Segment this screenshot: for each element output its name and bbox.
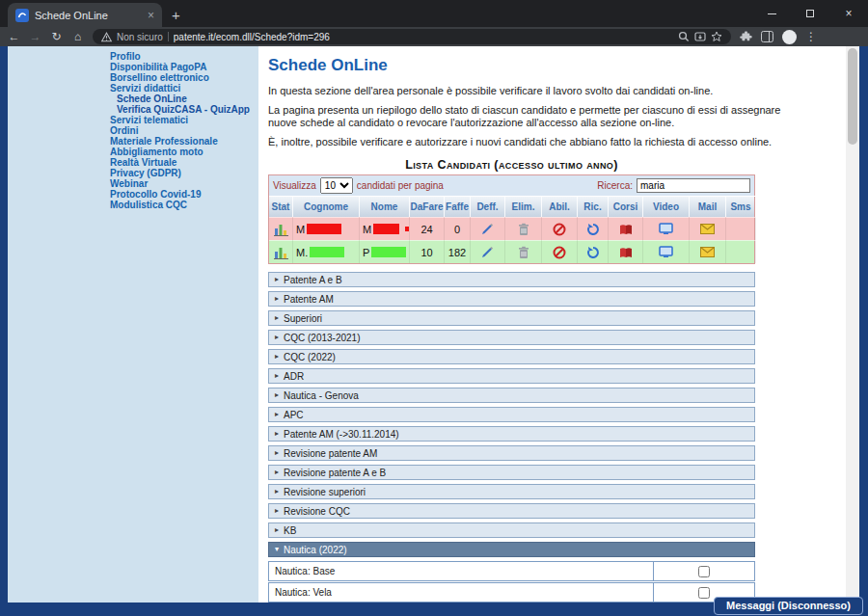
sidebar-item-realta-virtuale[interactable]: Realtà Virtuale bbox=[8, 157, 258, 168]
address-bar[interactable]: Non sicuro patente.it/ecom.dll/Schede?id… bbox=[93, 29, 731, 44]
sidebar-item-servizi-telematici[interactable]: Servizi telematici bbox=[8, 115, 258, 125]
sidebar-item-abbigliamento-moto[interactable]: Abbigliamento moto bbox=[8, 147, 258, 157]
per-page-select[interactable]: 10 bbox=[320, 177, 353, 194]
sidebar-item-verifica-quizcasa[interactable]: Verifica QuizCASA - QuizApp bbox=[8, 104, 258, 115]
deff-cell[interactable] bbox=[471, 217, 505, 240]
stats-cell[interactable] bbox=[269, 217, 293, 240]
col-header-sms[interactable]: Sms bbox=[726, 196, 756, 217]
nautica-vela-label: Nautica: Vela bbox=[269, 583, 654, 602]
col-header-dafare[interactable]: DaFare bbox=[410, 196, 445, 217]
accordion-item-revisione-patente-a-e-b[interactable]: ▸Revisione patente A e B bbox=[268, 465, 755, 480]
col-header-video[interactable]: Video bbox=[643, 196, 690, 217]
sidebar-item-materiale-professionale[interactable]: Materiale Professionale bbox=[8, 136, 258, 147]
accordion-item-patente-am-2014[interactable]: ▸Patente AM (->30.11.2014) bbox=[268, 426, 755, 442]
abil-cell[interactable] bbox=[542, 240, 578, 263]
chevron-right-icon: ▸ bbox=[275, 334, 279, 341]
col-header-elim[interactable]: Elim. bbox=[505, 196, 542, 217]
browser-tab[interactable]: Schede OnLine × bbox=[8, 3, 162, 27]
chevron-right-icon: ▸ bbox=[275, 295, 279, 303]
sms-cell bbox=[726, 217, 756, 240]
window-maximize-button[interactable] bbox=[791, 0, 829, 27]
window-minimize-button[interactable] bbox=[752, 0, 791, 27]
col-header-cognome[interactable]: Cognome bbox=[293, 196, 360, 217]
sidebar-item-schede-online[interactable]: Schede OnLine bbox=[8, 94, 258, 104]
sidebar-item-servizi-didattici[interactable]: Servizi didattici bbox=[8, 83, 258, 94]
accordion-item-patente-am[interactable]: ▸Patente AM bbox=[268, 291, 755, 307]
extensions-puzzle-icon[interactable] bbox=[740, 31, 752, 43]
deff-cell[interactable] bbox=[471, 240, 505, 263]
security-label: Non sicuro bbox=[117, 32, 163, 42]
pencil-icon bbox=[481, 246, 494, 258]
redacted-surname bbox=[307, 224, 341, 234]
reload-button[interactable]: ↻ bbox=[50, 27, 63, 46]
col-header-corsi[interactable]: Corsi bbox=[609, 196, 643, 217]
messaggi-button[interactable]: Messaggi (Disconnesso) bbox=[714, 597, 863, 615]
profile-avatar[interactable] bbox=[782, 30, 797, 44]
nautica-vela-checkbox[interactable] bbox=[698, 587, 710, 599]
scrollbar-thumb[interactable] bbox=[848, 48, 857, 145]
sidebar-item-ordini[interactable]: Ordini bbox=[8, 125, 258, 136]
accordion-item-cqc-2013-2021[interactable]: ▸CQC (2013-2021) bbox=[268, 330, 755, 345]
sidebar-item-webinar[interactable]: Webinar bbox=[8, 178, 258, 189]
elim-cell[interactable] bbox=[505, 217, 542, 240]
browser-toolbar: ← → ↻ ⌂ Non sicuro patente.it/ecom.dll/S… bbox=[0, 27, 868, 46]
accordion-item-revisione-superiori[interactable]: ▸Revisione superiori bbox=[268, 484, 755, 499]
accordion-item-adr[interactable]: ▸ADR bbox=[268, 368, 755, 384]
no-entry-icon bbox=[553, 246, 566, 259]
stats-cell[interactable] bbox=[269, 240, 293, 263]
intro-paragraph-3: È, inoltre, possibile verificare e autor… bbox=[268, 136, 810, 148]
col-header-stat[interactable]: Stat bbox=[269, 196, 293, 217]
accordion-item-revisione-cqc[interactable]: ▸Revisione CQC bbox=[268, 503, 755, 519]
accordion-item-nautica-2022[interactable]: ▾Nautica (2022) bbox=[268, 542, 755, 557]
col-header-abil[interactable]: Abil. bbox=[542, 196, 578, 217]
browser-window: Schede OnLine × + × ← → ↻ ⌂ Non sicuro p… bbox=[0, 0, 868, 616]
bookmark-star-icon[interactable] bbox=[711, 31, 722, 42]
window-close-button[interactable]: × bbox=[829, 0, 868, 27]
accordion-item-kb[interactable]: ▸KB bbox=[268, 522, 755, 538]
home-button[interactable]: ⌂ bbox=[71, 27, 84, 46]
col-header-nome[interactable]: Nome bbox=[360, 196, 410, 217]
sidebar-item-borsellino-elettronico[interactable]: Borsellino elettronico bbox=[8, 72, 258, 83]
chevron-down-icon: ▾ bbox=[275, 546, 279, 553]
video-cell[interactable] bbox=[643, 217, 690, 240]
sidebar-item-protocollo-covid[interactable]: Protocollo Covid-19 bbox=[8, 189, 258, 200]
accordion-item-nautica-genova[interactable]: ▸Nautica - Genova bbox=[268, 388, 755, 403]
new-tab-button[interactable]: + bbox=[172, 7, 180, 23]
accordion-label: Revisione superiori bbox=[284, 487, 366, 497]
install-icon[interactable] bbox=[694, 31, 706, 42]
abil-cell[interactable] bbox=[542, 217, 578, 240]
mail-cell[interactable] bbox=[690, 217, 726, 240]
monitor-icon bbox=[659, 246, 673, 258]
sidebar-item-disponibilita-pagopa[interactable]: Disponibilità PagoPA bbox=[8, 62, 258, 72]
accordion-item-revisione-patente-am[interactable]: ▸Revisione patente AM bbox=[268, 445, 755, 461]
tab-close-icon[interactable]: × bbox=[148, 9, 154, 22]
accordion-item-cqc-2022[interactable]: ▸CQC (2022) bbox=[268, 349, 755, 364]
sidebar-item-modulistica-cqc[interactable]: Modulistica CQC bbox=[8, 200, 258, 210]
ric-cell[interactable] bbox=[578, 217, 609, 240]
col-header-faffe[interactable]: Faffe bbox=[445, 196, 471, 217]
window-controls: × bbox=[752, 0, 868, 27]
zoom-icon[interactable] bbox=[678, 31, 690, 42]
accordion-item-apc[interactable]: ▸APC bbox=[268, 407, 755, 422]
video-cell[interactable] bbox=[643, 240, 690, 263]
ric-cell[interactable] bbox=[578, 240, 609, 263]
menu-dots-icon[interactable]: ⋮ bbox=[805, 27, 817, 46]
page-scrollbar[interactable] bbox=[846, 46, 859, 603]
back-button[interactable]: ← bbox=[8, 27, 20, 46]
search-input[interactable] bbox=[637, 178, 750, 193]
corsi-cell[interactable] bbox=[609, 240, 643, 263]
col-header-deff[interactable]: Deff. bbox=[471, 196, 505, 217]
sidebar-item-profilo[interactable]: Profilo bbox=[8, 51, 258, 62]
accordion-item-superiori[interactable]: ▸Superiori bbox=[268, 310, 755, 326]
forward-button[interactable]: → bbox=[29, 27, 41, 46]
sidebar-item-privacy-gdpr[interactable]: Privacy (GDPR) bbox=[8, 168, 258, 178]
side-panel-icon[interactable] bbox=[761, 31, 773, 42]
col-header-mail[interactable]: Mail bbox=[690, 196, 726, 217]
mail-cell[interactable] bbox=[690, 240, 726, 263]
col-header-ric[interactable]: Ric. bbox=[578, 196, 609, 217]
accordion-item-patente-a-e-b[interactable]: ▸Patente A e B bbox=[268, 272, 755, 287]
elim-cell[interactable] bbox=[505, 240, 542, 263]
nautica-base-checkbox[interactable] bbox=[698, 566, 710, 577]
corsi-cell[interactable] bbox=[609, 217, 643, 240]
page-title: Schede OnLine bbox=[268, 56, 846, 75]
